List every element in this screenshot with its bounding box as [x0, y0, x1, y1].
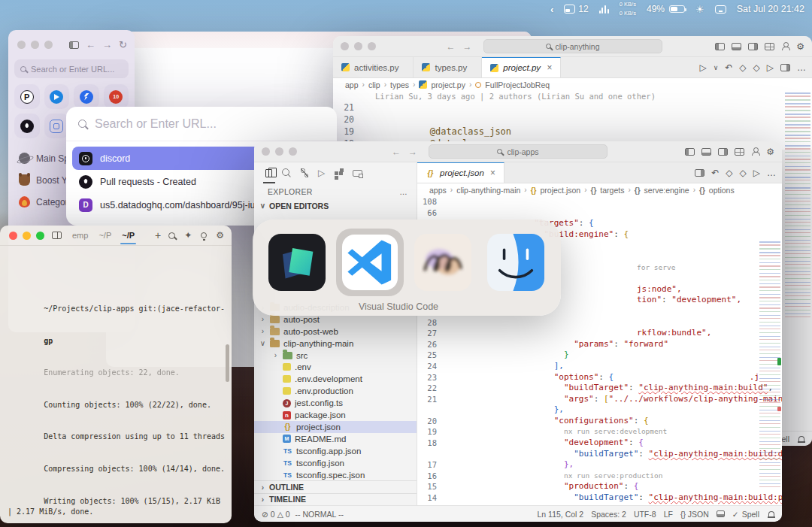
window-manager-status[interactable]: 12: [564, 4, 588, 14]
toggle-sidebar-icon[interactable]: [715, 43, 725, 50]
terminal-tab[interactable]: ~/P: [98, 228, 111, 243]
menubar-collapse-icon[interactable]: ‹: [550, 4, 553, 15]
forward-icon[interactable]: →: [102, 39, 112, 50]
command-center-search[interactable]: clip-apps: [429, 144, 607, 159]
app-switcher-item-selected[interactable]: [336, 229, 404, 296]
settings-gear-icon[interactable]: ⚙: [216, 230, 224, 241]
file-tree-row[interactable]: jest.config.ts: [254, 397, 417, 409]
run-python-file-icon[interactable]: ▷: [699, 62, 706, 73]
nav-diamond-icon[interactable]: ◇: [739, 62, 746, 73]
customize-layout-icon[interactable]: [765, 43, 774, 50]
breadcrumb-item[interactable]: [635, 186, 641, 195]
breadcrumb-item[interactable]: ›: [384, 80, 386, 89]
breadcrumb-item[interactable]: ›: [693, 186, 695, 194]
timeline-section[interactable]: › TIMELINE: [254, 493, 417, 505]
nav-diamond-icon[interactable]: ◇: [726, 168, 732, 178]
file-tree-row[interactable]: .env: [254, 362, 417, 374]
pinned-app-6[interactable]: [44, 114, 70, 138]
encoding[interactable]: UTF-8: [634, 510, 656, 519]
vscode2-breadcrumb[interactable]: apps›clip-anything-main›project.json›tar…: [417, 183, 782, 196]
language-mode[interactable]: {} JSON: [680, 510, 709, 519]
breadcrumb-item[interactable]: clip: [368, 80, 380, 89]
app-switcher-item-4[interactable]: [482, 229, 550, 296]
file-tree-row[interactable]: › src: [254, 350, 417, 362]
settings-gear-icon[interactable]: ⚙: [766, 147, 774, 157]
network-speed-status[interactable]: 0 KB/s 0 KB/s: [620, 2, 636, 17]
customize-layout-icon[interactable]: [735, 148, 744, 156]
run-debug-icon[interactable]: ▷: [318, 168, 325, 178]
new-tab-button[interactable]: +: [155, 226, 161, 244]
editor-tab[interactable]: types.py: [414, 57, 482, 77]
arc-search-input[interactable]: Search or Enter URL...: [14, 59, 129, 78]
feedback-icon[interactable]: [717, 510, 725, 517]
window-controls[interactable]: [9, 232, 44, 240]
breadcrumb-item[interactable]: ›: [469, 80, 471, 89]
toggle-panel-icon[interactable]: [732, 43, 741, 50]
toggle-secondary-sidebar-icon[interactable]: [748, 43, 758, 50]
breadcrumb-item[interactable]: ›: [524, 186, 526, 194]
pinned-app-1[interactable]: P: [14, 84, 40, 109]
extensions-icon[interactable]: [335, 171, 338, 175]
breadcrumb-item[interactable]: ›: [413, 80, 415, 89]
split-editor-icon[interactable]: [695, 169, 704, 177]
messenger-app[interactable]: [74, 84, 99, 109]
breadcrumb-item[interactable]: [419, 80, 427, 89]
breadcrumb-item[interactable]: [591, 186, 597, 195]
close-icon[interactable]: ×: [547, 62, 552, 73]
account-icon[interactable]: [781, 42, 789, 50]
breadcrumb-item[interactable]: FullProjectJobReq: [485, 80, 550, 89]
breadcrumb-item[interactable]: ›: [584, 186, 586, 194]
window-controls[interactable]: [262, 147, 297, 156]
breadcrumb-item[interactable]: [531, 186, 537, 195]
stats-menu[interactable]: [599, 5, 609, 14]
history-back-icon[interactable]: ←: [392, 147, 401, 157]
problems-status[interactable]: ⊘ 0 △ 0: [262, 510, 290, 519]
app-switcher-item-3[interactable]: [409, 229, 477, 296]
notebook-icon[interactable]: [52, 232, 62, 239]
menubar-clock[interactable]: Sat Jul 20 21:42: [737, 4, 804, 14]
file-tree-row[interactable]: README.md: [254, 433, 417, 445]
breadcrumb-item[interactable]: ›: [628, 186, 630, 194]
run-icon[interactable]: ▷: [753, 168, 760, 178]
palette-search-input[interactable]: Search or Enter URL...: [66, 107, 337, 141]
breadcrumb-item[interactable]: clip-anything-main: [456, 186, 520, 195]
display-menu[interactable]: [715, 5, 726, 14]
breadcrumb-item[interactable]: [699, 186, 705, 195]
vscode-window-clip-apps[interactable]: ← → clip-apps ⚙ ▷: [254, 141, 782, 522]
file-tree-row[interactable]: .env.development: [254, 373, 417, 385]
pinned-app-4[interactable]: 10: [104, 84, 129, 109]
toggle-secondary-sidebar-icon[interactable]: [718, 148, 728, 156]
app-switcher-item-1[interactable]: [263, 229, 331, 296]
terminal-tab[interactable]: ~/P: [122, 228, 135, 243]
explorer-icon[interactable]: [265, 169, 272, 177]
breadcrumb-item[interactable]: apps: [429, 186, 447, 195]
breadcrumb-item[interactable]: options: [709, 186, 735, 195]
spell-checker-status[interactable]: ✓ Spell: [732, 510, 759, 519]
settings-gear-icon[interactable]: ⚙: [796, 41, 804, 52]
sidebar-toggle-icon[interactable]: [69, 41, 79, 49]
search-icon[interactable]: [282, 168, 291, 177]
breadcrumb-item[interactable]: ›: [450, 186, 453, 194]
window-controls[interactable]: [17, 41, 53, 49]
notifications-bell-icon[interactable]: [798, 436, 804, 441]
file-tree-row[interactable]: › auto-post-web: [254, 326, 417, 338]
breadcrumb-item[interactable]: ›: [362, 80, 365, 89]
window-controls[interactable]: [341, 42, 376, 50]
run-dropdown-icon[interactable]: ∨: [714, 64, 719, 71]
terminal-output[interactable]: ~/Projects/clip-apps git:(jace-refactor-…: [0, 246, 232, 523]
undo-icon[interactable]: ↶: [725, 62, 732, 73]
breadcrumb-item[interactable]: project.json: [540, 186, 580, 195]
ai-sparkle-icon[interactable]: ✦: [184, 230, 192, 241]
notifications-bell-icon[interactable]: [768, 511, 774, 516]
search-icon[interactable]: [168, 232, 175, 239]
breadcrumb-item[interactable]: serve:engine: [644, 186, 689, 195]
history-back-icon[interactable]: ←: [447, 41, 456, 52]
nav-diamond2-icon[interactable]: ◇: [753, 62, 760, 73]
file-tree-row[interactable]: tsconfig.spec.json: [254, 469, 417, 481]
breadcrumb-item[interactable]: targets: [600, 186, 624, 195]
nav-diamond2-icon[interactable]: ◇: [740, 168, 747, 178]
account-icon[interactable]: [751, 147, 759, 156]
breadcrumb-item[interactable]: types: [390, 80, 409, 89]
battery-status[interactable]: 49%: [647, 4, 685, 14]
source-control-icon[interactable]: [301, 168, 308, 177]
